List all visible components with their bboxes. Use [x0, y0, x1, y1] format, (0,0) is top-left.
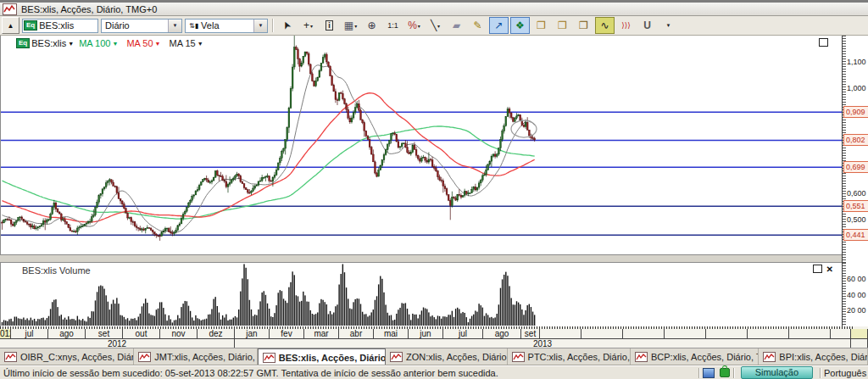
- legend-symbol-dropdown[interactable]: Eq BES:xlis ▼: [16, 38, 74, 48]
- volume-axis-label: 40 00: [847, 291, 866, 299]
- session-status-message: Último início de sessão bem sucedido: 05…: [0, 368, 695, 378]
- symbol-input[interactable]: Eq BES:xlis: [22, 19, 98, 33]
- month-cell: ago: [483, 329, 521, 339]
- price-axis-label: 1,100: [847, 58, 866, 66]
- month-cell: ago: [48, 329, 86, 339]
- month-cell: jun: [409, 329, 443, 339]
- save-layout-2-icon[interactable]: ❐: [553, 17, 572, 34]
- chart-tab[interactable]: PTC:xlis, Acções, Diário, TMG...: [508, 348, 631, 365]
- expand-range-tool-icon[interactable]: ↗: [489, 17, 509, 34]
- price-level-label: 0,551: [843, 200, 868, 212]
- volume-axis[interactable]: 60 0040 0020 00: [842, 263, 868, 326]
- month-cell: abr: [339, 329, 374, 339]
- price-axis-label: 0,600: [847, 189, 866, 198]
- window-title: BES:xlis, Acções, Diário, TMG+0: [21, 4, 157, 14]
- price-chart-panel[interactable]: Eq BES:xlis ▼ MA 100▼MA 50▼MA 15▼: [0, 36, 842, 254]
- maximize-volume-icon[interactable]: [813, 265, 822, 273]
- volume-panel[interactable]: BES:xlis Volume ✕: [0, 263, 842, 326]
- auto-style-tool-icon[interactable]: ❖: [510, 17, 530, 34]
- zoom-tool-icon[interactable]: ⊕: [362, 17, 381, 34]
- month-cell: fev: [270, 329, 304, 339]
- chevron-down-icon: ▾: [310, 23, 313, 29]
- eraser-tool-icon[interactable]: ▰: [447, 17, 466, 34]
- chart-tab[interactable]: BCP:xlis, Acções, Diário, TMG...: [631, 348, 759, 365]
- chart-style-dropdown[interactable]: ⇅▮ Vela ▼: [185, 19, 268, 33]
- month-cell: [581, 329, 623, 339]
- chevron-down-icon: ▼: [112, 41, 118, 47]
- collapse-panel-button[interactable]: ▲: [2, 17, 19, 34]
- language-label[interactable]: Português: [824, 368, 868, 378]
- tab-chart-icon: [390, 352, 403, 362]
- price-axis-label: 1,000: [847, 84, 866, 92]
- legend-ma-label: MA 100: [79, 38, 110, 48]
- annotation-warning-tool-icon[interactable]: ✎: [468, 17, 487, 34]
- percent-scale-tool-icon[interactable]: %▾: [404, 17, 424, 34]
- price-axis[interactable]: 1,1001,0000,6000,5000,9090,8020,6990,551…: [842, 36, 868, 263]
- crosshair-tool-icon[interactable]: +▾: [298, 17, 318, 34]
- tab-label: ZON:xlis, Acções, Diário, TMG...: [406, 352, 507, 362]
- month-cell: [706, 329, 748, 339]
- indicator-grid-tool-icon[interactable]: ▦▾: [341, 17, 360, 34]
- candles-layer: [2, 36, 536, 241]
- tab-label: BES:xlis, Acções, Diário, TM...: [279, 353, 386, 363]
- volume-bars-chart[interactable]: [1, 263, 843, 326]
- info-tool-icon[interactable]: i: [320, 17, 339, 34]
- month-cell: [789, 329, 831, 339]
- chart-tab[interactable]: JMT:xlis, Acções, Diário, TMG...: [134, 348, 257, 365]
- alerts-signal-icon[interactable]: ⟩⟩⟩: [616, 17, 636, 34]
- candle-icon: ⇅▮: [189, 22, 198, 30]
- month-cell: [665, 329, 706, 339]
- price-level-label: 0,802: [843, 134, 868, 146]
- save-layout-3-icon[interactable]: ❐: [574, 17, 593, 34]
- simulation-mode-button[interactable]: Simulação: [741, 366, 813, 379]
- toolbar-separator: [272, 19, 273, 32]
- month-cell: 012: [0, 329, 11, 339]
- tab-chart-icon: [763, 352, 776, 362]
- panel-divider[interactable]: [0, 254, 842, 263]
- pointer-tool-icon[interactable]: ➤: [277, 17, 297, 34]
- tab-label: JMT:xlis, Acções, Diário, TMG...: [154, 352, 257, 362]
- close-volume-icon[interactable]: ✕: [826, 265, 833, 273]
- legend-symbol: BES:xlis: [31, 38, 66, 48]
- tab-label: OIBR_C:xnys, Acções, Diário, ...: [20, 352, 134, 362]
- maximize-chart-icon[interactable]: [819, 38, 828, 47]
- month-cell: mai: [374, 329, 409, 339]
- period-dropdown[interactable]: Diário ▼: [101, 19, 182, 33]
- month-cell: [851, 329, 868, 339]
- legend-ma-ma100[interactable]: MA 100▼: [79, 38, 118, 48]
- tab-label: PTC:xlis, Acções, Diário, TMG...: [528, 352, 631, 362]
- chart-tab[interactable]: BES:xlis, Acções, Diário, TM...: [258, 348, 386, 365]
- window-title-bar[interactable]: BES:xlis, Acções, Diário, TMG+0: [0, 0, 868, 16]
- tab-chart-icon: [263, 353, 275, 363]
- legend-ma-ma15[interactable]: MA 15▼: [170, 38, 203, 48]
- line-draw-tool-icon[interactable]: ╲▾: [426, 17, 445, 34]
- candlestick-chart[interactable]: [1, 36, 843, 253]
- status-separator: [820, 368, 821, 378]
- toolbar-overflow-icon[interactable]: ▼: [659, 17, 678, 34]
- save-layout-1-icon[interactable]: ❐: [531, 17, 551, 34]
- volume-axis-label: 60 00: [847, 275, 866, 283]
- chart-template-icon[interactable]: ∿: [595, 17, 615, 34]
- month-cell: out: [123, 329, 160, 339]
- status-bar: Último início de sessão bem sucedido: 05…: [0, 365, 868, 379]
- chart-tab[interactable]: ZON:xlis, Acções, Diário, TMG...: [386, 348, 507, 365]
- time-axis[interactable]: 012julagosetoutnovdezjanfevmarabrmaijunj…: [0, 326, 868, 348]
- status-separator: [698, 368, 699, 378]
- month-cell: jan: [235, 329, 270, 339]
- chart-tab[interactable]: OIBR_C:xnys, Acções, Diário, ...: [0, 348, 134, 365]
- style-value: Vela: [201, 20, 219, 31]
- month-cell: nov: [160, 329, 198, 339]
- equity-badge-icon: Eq: [16, 38, 30, 48]
- chevron-down-icon: ▼: [253, 20, 267, 32]
- price-level-label: 0,441: [843, 229, 868, 241]
- symbol-input-value: BES:xlis: [39, 20, 74, 31]
- chart-tab[interactable]: BPI:xlis, Acções, Diário, TMG...: [759, 348, 868, 365]
- one-to-one-scale-icon[interactable]: 1:1: [383, 17, 403, 34]
- chart-tab-bar: OIBR_C:xnys, Acções, Diário, ...JMT:xlis…: [0, 348, 868, 365]
- legend-ma-ma50[interactable]: MA 50▼: [126, 38, 160, 48]
- tab-label: BPI:xlis, Acções, Diário, TMG...: [779, 352, 868, 362]
- chevron-down-icon: ▼: [155, 41, 161, 47]
- price-level-label: 0,909: [843, 106, 868, 118]
- ma-line-15: [3, 65, 535, 232]
- magnet-snap-tool-icon[interactable]: U: [637, 17, 657, 34]
